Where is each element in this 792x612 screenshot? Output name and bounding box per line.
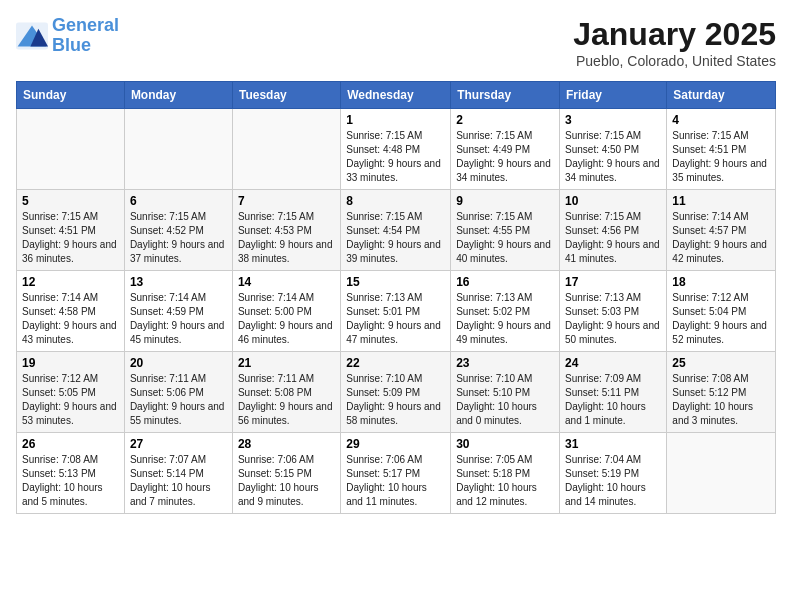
calendar-cell: 21Sunrise: 7:11 AM Sunset: 5:08 PM Dayli… bbox=[232, 352, 340, 433]
calendar-cell: 4Sunrise: 7:15 AM Sunset: 4:51 PM Daylig… bbox=[667, 109, 776, 190]
day-number: 22 bbox=[346, 356, 445, 370]
calendar-cell: 26Sunrise: 7:08 AM Sunset: 5:13 PM Dayli… bbox=[17, 433, 125, 514]
title-area: January 2025 Pueblo, Colorado, United St… bbox=[573, 16, 776, 69]
calendar-cell: 23Sunrise: 7:10 AM Sunset: 5:10 PM Dayli… bbox=[451, 352, 560, 433]
location-title: Pueblo, Colorado, United States bbox=[573, 53, 776, 69]
calendar-cell: 11Sunrise: 7:14 AM Sunset: 4:57 PM Dayli… bbox=[667, 190, 776, 271]
day-info: Sunrise: 7:13 AM Sunset: 5:01 PM Dayligh… bbox=[346, 291, 445, 347]
calendar-cell: 5Sunrise: 7:15 AM Sunset: 4:51 PM Daylig… bbox=[17, 190, 125, 271]
calendar-cell: 16Sunrise: 7:13 AM Sunset: 5:02 PM Dayli… bbox=[451, 271, 560, 352]
day-info: Sunrise: 7:09 AM Sunset: 5:11 PM Dayligh… bbox=[565, 372, 661, 428]
day-number: 25 bbox=[672, 356, 770, 370]
day-number: 23 bbox=[456, 356, 554, 370]
calendar-cell bbox=[667, 433, 776, 514]
day-number: 21 bbox=[238, 356, 335, 370]
calendar-cell bbox=[232, 109, 340, 190]
calendar-cell: 15Sunrise: 7:13 AM Sunset: 5:01 PM Dayli… bbox=[341, 271, 451, 352]
day-info: Sunrise: 7:15 AM Sunset: 4:49 PM Dayligh… bbox=[456, 129, 554, 185]
calendar-header: SundayMondayTuesdayWednesdayThursdayFrid… bbox=[17, 82, 776, 109]
calendar-cell: 25Sunrise: 7:08 AM Sunset: 5:12 PM Dayli… bbox=[667, 352, 776, 433]
logo-general: General bbox=[52, 15, 119, 35]
day-number: 11 bbox=[672, 194, 770, 208]
logo-text: General Blue bbox=[52, 16, 119, 56]
weekday-thursday: Thursday bbox=[451, 82, 560, 109]
logo-blue: Blue bbox=[52, 35, 91, 55]
calendar-cell: 22Sunrise: 7:10 AM Sunset: 5:09 PM Dayli… bbox=[341, 352, 451, 433]
calendar-body: 1Sunrise: 7:15 AM Sunset: 4:48 PM Daylig… bbox=[17, 109, 776, 514]
weekday-saturday: Saturday bbox=[667, 82, 776, 109]
day-number: 31 bbox=[565, 437, 661, 451]
calendar-cell: 2Sunrise: 7:15 AM Sunset: 4:49 PM Daylig… bbox=[451, 109, 560, 190]
day-info: Sunrise: 7:15 AM Sunset: 4:50 PM Dayligh… bbox=[565, 129, 661, 185]
day-number: 20 bbox=[130, 356, 227, 370]
day-info: Sunrise: 7:13 AM Sunset: 5:03 PM Dayligh… bbox=[565, 291, 661, 347]
day-info: Sunrise: 7:08 AM Sunset: 5:13 PM Dayligh… bbox=[22, 453, 119, 509]
logo: General Blue bbox=[16, 16, 119, 56]
day-info: Sunrise: 7:15 AM Sunset: 4:56 PM Dayligh… bbox=[565, 210, 661, 266]
calendar-cell: 29Sunrise: 7:06 AM Sunset: 5:17 PM Dayli… bbox=[341, 433, 451, 514]
calendar-cell bbox=[17, 109, 125, 190]
weekday-header-row: SundayMondayTuesdayWednesdayThursdayFrid… bbox=[17, 82, 776, 109]
day-info: Sunrise: 7:06 AM Sunset: 5:17 PM Dayligh… bbox=[346, 453, 445, 509]
day-number: 24 bbox=[565, 356, 661, 370]
day-number: 29 bbox=[346, 437, 445, 451]
day-number: 16 bbox=[456, 275, 554, 289]
day-info: Sunrise: 7:10 AM Sunset: 5:09 PM Dayligh… bbox=[346, 372, 445, 428]
day-number: 18 bbox=[672, 275, 770, 289]
day-number: 10 bbox=[565, 194, 661, 208]
day-number: 3 bbox=[565, 113, 661, 127]
weekday-tuesday: Tuesday bbox=[232, 82, 340, 109]
weekday-sunday: Sunday bbox=[17, 82, 125, 109]
week-row-3: 12Sunrise: 7:14 AM Sunset: 4:58 PM Dayli… bbox=[17, 271, 776, 352]
day-info: Sunrise: 7:05 AM Sunset: 5:18 PM Dayligh… bbox=[456, 453, 554, 509]
day-info: Sunrise: 7:15 AM Sunset: 4:48 PM Dayligh… bbox=[346, 129, 445, 185]
day-info: Sunrise: 7:04 AM Sunset: 5:19 PM Dayligh… bbox=[565, 453, 661, 509]
day-info: Sunrise: 7:15 AM Sunset: 4:54 PM Dayligh… bbox=[346, 210, 445, 266]
day-number: 1 bbox=[346, 113, 445, 127]
weekday-monday: Monday bbox=[124, 82, 232, 109]
calendar-cell: 3Sunrise: 7:15 AM Sunset: 4:50 PM Daylig… bbox=[560, 109, 667, 190]
weekday-friday: Friday bbox=[560, 82, 667, 109]
day-info: Sunrise: 7:12 AM Sunset: 5:05 PM Dayligh… bbox=[22, 372, 119, 428]
day-number: 14 bbox=[238, 275, 335, 289]
day-number: 13 bbox=[130, 275, 227, 289]
day-info: Sunrise: 7:15 AM Sunset: 4:51 PM Dayligh… bbox=[672, 129, 770, 185]
calendar-cell: 28Sunrise: 7:06 AM Sunset: 5:15 PM Dayli… bbox=[232, 433, 340, 514]
page-header: General Blue January 2025 Pueblo, Colora… bbox=[16, 16, 776, 69]
calendar-cell: 8Sunrise: 7:15 AM Sunset: 4:54 PM Daylig… bbox=[341, 190, 451, 271]
logo-icon bbox=[16, 22, 48, 50]
calendar-cell bbox=[124, 109, 232, 190]
week-row-2: 5Sunrise: 7:15 AM Sunset: 4:51 PM Daylig… bbox=[17, 190, 776, 271]
calendar-cell: 18Sunrise: 7:12 AM Sunset: 5:04 PM Dayli… bbox=[667, 271, 776, 352]
day-number: 28 bbox=[238, 437, 335, 451]
day-info: Sunrise: 7:14 AM Sunset: 4:58 PM Dayligh… bbox=[22, 291, 119, 347]
day-number: 2 bbox=[456, 113, 554, 127]
month-title: January 2025 bbox=[573, 16, 776, 53]
day-number: 4 bbox=[672, 113, 770, 127]
calendar-cell: 10Sunrise: 7:15 AM Sunset: 4:56 PM Dayli… bbox=[560, 190, 667, 271]
week-row-1: 1Sunrise: 7:15 AM Sunset: 4:48 PM Daylig… bbox=[17, 109, 776, 190]
day-info: Sunrise: 7:12 AM Sunset: 5:04 PM Dayligh… bbox=[672, 291, 770, 347]
calendar-cell: 20Sunrise: 7:11 AM Sunset: 5:06 PM Dayli… bbox=[124, 352, 232, 433]
day-number: 5 bbox=[22, 194, 119, 208]
calendar-cell: 6Sunrise: 7:15 AM Sunset: 4:52 PM Daylig… bbox=[124, 190, 232, 271]
day-info: Sunrise: 7:15 AM Sunset: 4:53 PM Dayligh… bbox=[238, 210, 335, 266]
day-number: 26 bbox=[22, 437, 119, 451]
day-number: 12 bbox=[22, 275, 119, 289]
day-number: 17 bbox=[565, 275, 661, 289]
calendar-table: SundayMondayTuesdayWednesdayThursdayFrid… bbox=[16, 81, 776, 514]
calendar-cell: 31Sunrise: 7:04 AM Sunset: 5:19 PM Dayli… bbox=[560, 433, 667, 514]
day-info: Sunrise: 7:14 AM Sunset: 4:59 PM Dayligh… bbox=[130, 291, 227, 347]
calendar-cell: 19Sunrise: 7:12 AM Sunset: 5:05 PM Dayli… bbox=[17, 352, 125, 433]
day-info: Sunrise: 7:14 AM Sunset: 5:00 PM Dayligh… bbox=[238, 291, 335, 347]
day-info: Sunrise: 7:15 AM Sunset: 4:55 PM Dayligh… bbox=[456, 210, 554, 266]
day-info: Sunrise: 7:06 AM Sunset: 5:15 PM Dayligh… bbox=[238, 453, 335, 509]
calendar-cell: 17Sunrise: 7:13 AM Sunset: 5:03 PM Dayli… bbox=[560, 271, 667, 352]
week-row-4: 19Sunrise: 7:12 AM Sunset: 5:05 PM Dayli… bbox=[17, 352, 776, 433]
day-number: 19 bbox=[22, 356, 119, 370]
day-info: Sunrise: 7:15 AM Sunset: 4:51 PM Dayligh… bbox=[22, 210, 119, 266]
calendar-cell: 24Sunrise: 7:09 AM Sunset: 5:11 PM Dayli… bbox=[560, 352, 667, 433]
calendar-cell: 27Sunrise: 7:07 AM Sunset: 5:14 PM Dayli… bbox=[124, 433, 232, 514]
day-info: Sunrise: 7:07 AM Sunset: 5:14 PM Dayligh… bbox=[130, 453, 227, 509]
day-number: 27 bbox=[130, 437, 227, 451]
